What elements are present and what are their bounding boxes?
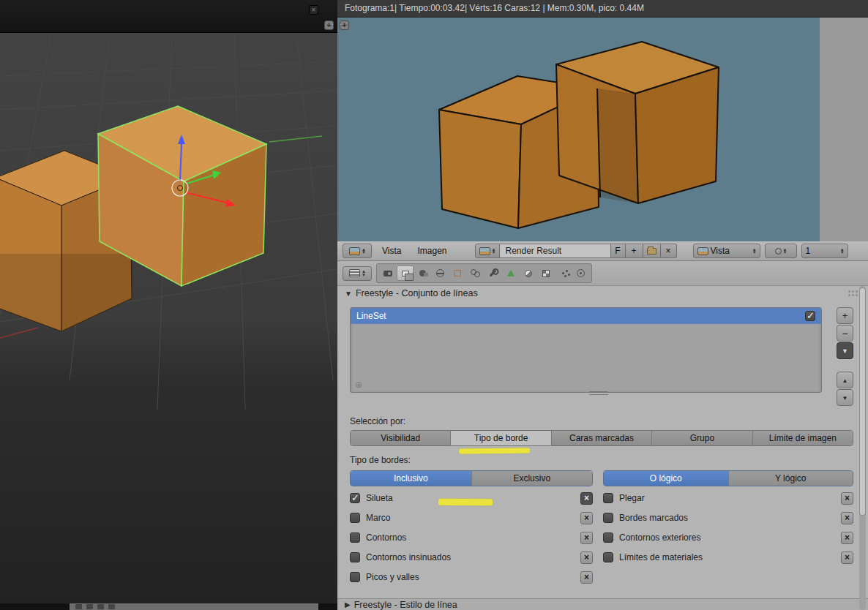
edge-type-label: Contornos insinuados — [366, 552, 451, 562]
image-name-field[interactable]: Render Result — [500, 244, 611, 258]
tab-object-data[interactable] — [502, 266, 519, 281]
toggle-inclusivo[interactable]: Inclusivo — [351, 471, 471, 486]
remove-lineset-button[interactable]: − — [837, 325, 853, 342]
tab-world[interactable] — [432, 266, 449, 281]
chevron-updown-icon: ▴▾ — [753, 248, 756, 255]
highlight-mark — [438, 499, 493, 506]
region-split-handle-right[interactable]: + — [340, 20, 349, 30]
collapse-icon[interactable]: × — [309, 5, 318, 15]
viewport-footer-strip — [0, 603, 337, 610]
editor-type-select[interactable]: ▴▾ — [343, 244, 372, 258]
expand-arrow-icon[interactable]: ▶ — [345, 600, 351, 609]
checkbox-contornos-insinuados[interactable] — [350, 552, 360, 562]
edge-type-row: Marco × — [350, 510, 593, 526]
exclude-toggle-icon[interactable]: × — [580, 532, 593, 544]
image-name-text: Render Result — [506, 246, 562, 256]
move-up-button[interactable]: ▴ — [837, 372, 853, 388]
lineset-list-item[interactable]: LineSet — [351, 308, 821, 324]
menu-vista[interactable]: Vista — [376, 246, 407, 256]
tab-tipo-de-borde[interactable]: Tipo de borde — [451, 431, 551, 445]
unlink-image-button[interactable]: × — [661, 244, 677, 258]
viewport-header-partial[interactable] — [70, 603, 318, 610]
scrollbar-thumb[interactable] — [859, 287, 866, 516]
display-channels-button[interactable]: ▴▾ — [765, 244, 797, 258]
tab-particles[interactable] — [555, 266, 572, 281]
expand-arrow-icon[interactable]: ▼ — [345, 290, 352, 298]
edge-type-label: Plegar — [619, 493, 645, 503]
exclude-toggle-icon[interactable]: × — [841, 492, 853, 505]
add-lineset-button[interactable]: + — [837, 307, 853, 324]
new-image-button[interactable]: + — [626, 244, 643, 258]
linestyle-panel-header[interactable]: ▶ Freestyle - Estilo de línea — [337, 598, 868, 610]
lineset-filter-button[interactable]: ▼ — [837, 342, 853, 359]
list-resize-grip[interactable] — [589, 391, 608, 395]
editor-type-select[interactable]: ▴▾ — [343, 266, 372, 281]
render-image[interactable] — [337, 18, 868, 241]
tab-render-layers[interactable] — [397, 266, 414, 281]
properties-editor-icon — [349, 269, 360, 277]
exclude-toggle-icon[interactable]: × — [841, 551, 853, 564]
exclude-toggle-icon[interactable]: × — [841, 532, 853, 544]
exclude-toggle-icon[interactable]: × — [580, 551, 593, 564]
checkbox-plegar[interactable] — [603, 493, 613, 503]
frame-value: 1 — [806, 246, 811, 256]
exclude-toggle-icon[interactable]: × — [580, 571, 593, 584]
channels-icon — [775, 248, 782, 255]
tab-grupo[interactable]: Grupo — [652, 431, 752, 445]
toolbar-icon — [97, 604, 104, 609]
edge-type-row: Contornos exteriores × — [603, 530, 853, 546]
image-browse-dropdown[interactable]: ▴▾ — [475, 244, 500, 258]
checkbox-picos-valles[interactable] — [350, 572, 360, 582]
checkbox-contornos-exteriores[interactable] — [603, 532, 613, 543]
panel-grip-icon[interactable] — [848, 290, 850, 293]
lineset-panel-header[interactable]: ▼ Freestyle - Conjunto de líneas — [345, 288, 478, 298]
lineset-enable-checkbox[interactable] — [805, 311, 815, 321]
edge-type-row: Límites de materiales × — [603, 549, 853, 565]
edge-type-label: Contornos — [366, 532, 406, 543]
menu-imagen[interactable]: Imagen — [411, 246, 452, 256]
chevron-updown-icon: ▴▾ — [784, 248, 787, 255]
tab-texture[interactable] — [537, 266, 554, 281]
tab-scene[interactable] — [414, 266, 431, 281]
open-image-button[interactable] — [643, 244, 661, 258]
scrollbar[interactable] — [859, 286, 866, 610]
exclude-toggle-icon[interactable]: × — [580, 512, 593, 524]
tab-object[interactable] — [449, 266, 466, 281]
view-mode-select[interactable]: Vista ▴▾ — [693, 244, 760, 258]
tab-material[interactable] — [520, 266, 536, 281]
render-stats-bar: Fotograma:1| Tiempo:00:03.42| Vérts:16 C… — [337, 0, 868, 18]
wrench-icon — [490, 270, 497, 277]
edge-type-row: Picos y valles × — [350, 569, 593, 585]
exclude-toggle-icon[interactable]: × — [841, 512, 853, 524]
move-down-button[interactable]: ▾ — [837, 389, 853, 406]
checkbox-contornos[interactable] — [350, 532, 360, 543]
chevron-updown-icon: ▴▾ — [362, 270, 365, 276]
exclude-toggle-icon[interactable]: × — [580, 492, 593, 505]
tab-caras-marcadas[interactable]: Caras marcadas — [552, 431, 652, 445]
tab-visibilidad[interactable]: Visibilidad — [351, 431, 451, 445]
tab-render[interactable] — [379, 266, 396, 281]
toggle-o-logico[interactable]: O lógico — [604, 471, 728, 486]
tab-modifiers[interactable] — [484, 266, 501, 281]
checkbox-limites-materiales[interactable] — [603, 552, 613, 562]
checkbox-silueta[interactable] — [350, 493, 360, 503]
edge-type-label: Límites de materiales — [619, 552, 703, 562]
fake-user-button[interactable]: F — [611, 244, 626, 258]
lineset-list[interactable]: LineSet ⊕ — [350, 307, 822, 393]
checkbox-bordes-marcados[interactable] — [603, 513, 613, 523]
tab-limite-imagen[interactable]: Límite de imagen — [753, 431, 853, 445]
toggle-y-logico[interactable]: Y lógico — [728, 471, 853, 486]
inclusion-toggle-group: Inclusivo Exclusivo — [350, 470, 593, 486]
tab-constraints[interactable] — [467, 266, 484, 281]
tab-physics[interactable] — [572, 266, 589, 281]
frame-number-field[interactable]: 1 ▴▾ — [801, 244, 848, 258]
edge-types-right-column: Plegar × Bordes marcados × Contornos ext… — [603, 490, 853, 565]
world-icon — [436, 269, 444, 277]
edge-type-label: Marco — [366, 513, 390, 523]
toolbar-icon — [86, 604, 93, 609]
image-editor-region[interactable]: Fotograma:1| Tiempo:00:03.42| Vérts:16 C… — [337, 0, 868, 241]
toggle-exclusivo[interactable]: Exclusivo — [471, 471, 593, 486]
checkbox-marco[interactable] — [350, 513, 360, 523]
region-split-handle-left[interactable]: + — [324, 20, 334, 30]
3d-viewport[interactable]: × + — [0, 0, 337, 610]
